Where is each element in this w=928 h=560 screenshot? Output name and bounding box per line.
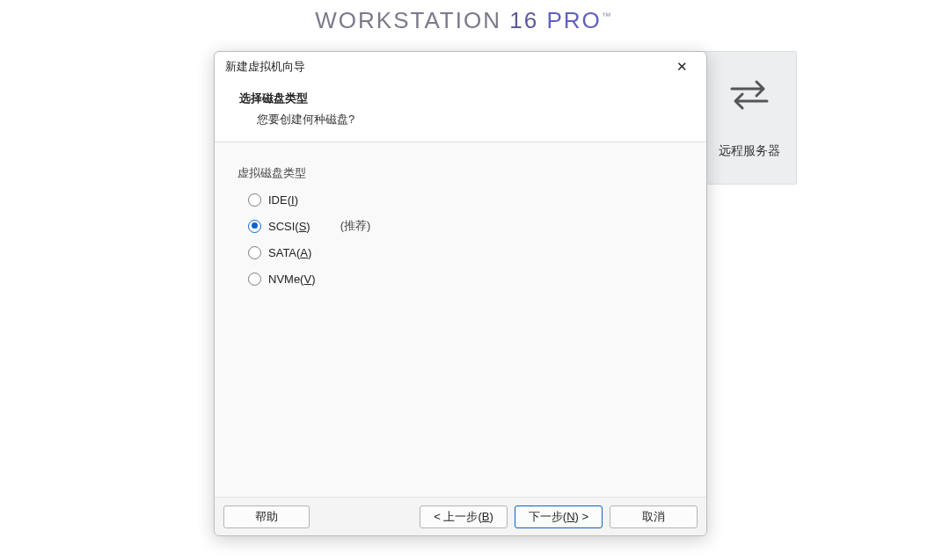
radio-ide-label: IDE(I) [268, 193, 298, 207]
connect-icon [725, 76, 774, 112]
help-button[interactable]: 帮助 [223, 505, 310, 528]
new-vm-wizard-dialog: 新建虚拟机向导 ✕ 选择磁盘类型 您要创建何种磁盘? 虚拟磁盘类型 IDE(I)… [214, 51, 707, 536]
radio-ide[interactable]: IDE(I) [237, 186, 692, 213]
dialog-title: 新建虚拟机向导 [225, 59, 305, 75]
back-button[interactable]: < 上一步(B) [420, 505, 508, 528]
radio-scsi[interactable]: SCSI(S) (推荐) [237, 213, 692, 239]
radio-icon [248, 193, 261, 207]
radio-scsi-label: SCSI(S) [268, 220, 311, 233]
radio-scsi-hint: (推荐) [340, 218, 371, 234]
wizard-header: 选择磁盘类型 您要创建何种磁盘? [215, 82, 706, 142]
remote-server-tile[interactable]: 远程服务器 [702, 51, 797, 185]
radio-sata-label: SATA(A) [268, 246, 311, 259]
wizard-step-title: 选择磁盘类型 [239, 91, 691, 106]
disk-type-group: 虚拟磁盘类型 IDE(I) SCSI(S) (推荐) SATA(A) NVMe(… [229, 158, 692, 292]
wizard-button-bar: 帮助 < 上一步(B) 下一步(N) > 取消 [215, 497, 706, 535]
radio-nvme-label: NVMe(V) [268, 273, 315, 286]
wizard-content: 虚拟磁盘类型 IDE(I) SCSI(S) (推荐) SATA(A) NVMe(… [215, 142, 706, 497]
wizard-step-subtitle: 您要创建何种磁盘? [257, 112, 691, 127]
radio-sata[interactable]: SATA(A) [237, 239, 692, 265]
radio-icon [248, 273, 261, 286]
close-icon: ✕ [676, 59, 688, 75]
radio-nvme[interactable]: NVMe(V) [237, 265, 692, 292]
close-button[interactable]: ✕ [666, 55, 698, 79]
remote-server-label: 远程服务器 [719, 143, 780, 159]
radio-icon [248, 246, 261, 259]
disk-type-group-label: 虚拟磁盘类型 [237, 165, 692, 186]
brand-title: WORKSTATION 16 PRO™ [315, 7, 612, 34]
next-button[interactable]: 下一步(N) > [515, 505, 603, 528]
cancel-button[interactable]: 取消 [610, 505, 698, 528]
radio-icon [248, 220, 261, 233]
dialog-title-bar: 新建虚拟机向导 ✕ [215, 52, 706, 82]
